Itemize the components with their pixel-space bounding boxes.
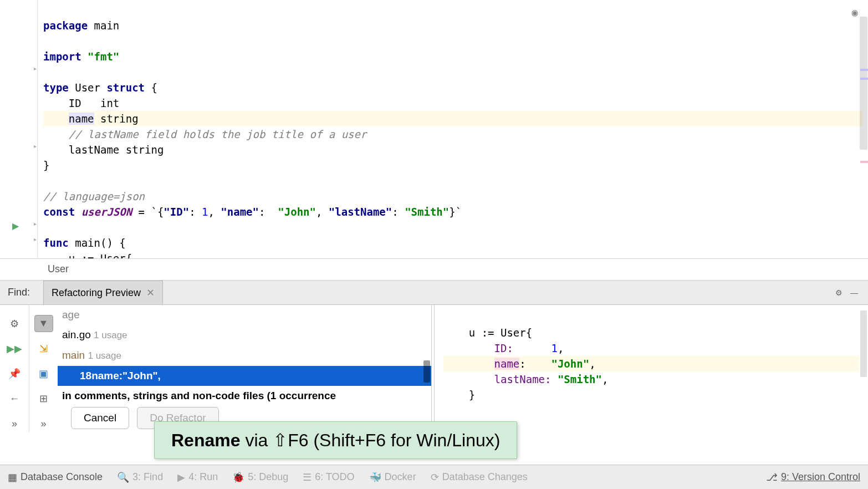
fold-icon[interactable]: ▸	[34, 236, 37, 242]
code-text: ID:	[443, 342, 551, 354]
keyword: package	[43, 19, 88, 32]
settings-icon[interactable]: ⚙	[5, 315, 24, 332]
todo-tab[interactable]: ☰ 6: TODO	[303, 471, 354, 483]
code-text: :	[259, 206, 278, 218]
field-highlight: name	[494, 358, 520, 370]
cancel-button[interactable]: Cancel	[71, 407, 129, 429]
tree-node-file[interactable]: ain.go	[62, 329, 94, 340]
fold-icon[interactable]: ▸	[34, 65, 37, 72]
marker[interactable]	[860, 161, 868, 163]
code-text: }	[43, 159, 49, 171]
code-text: }	[443, 389, 475, 401]
code-text	[43, 113, 69, 125]
marker[interactable]	[860, 78, 868, 80]
close-icon[interactable]: ✕	[146, 287, 155, 299]
version-control-tab[interactable]: ⎇ 9: Version Control	[766, 471, 860, 483]
refactoring-preview-tab[interactable]: Refactoring Preview ✕	[43, 281, 163, 304]
inspections-icon[interactable]: ◉	[852, 4, 858, 20]
run-tab[interactable]: ▶ 4: Run	[177, 471, 218, 483]
code-text: lastName:	[443, 373, 558, 385]
find-label: Find:	[0, 287, 43, 298]
string-literal: "John"	[278, 206, 316, 218]
keyword: func	[43, 237, 69, 249]
code-text: ,	[208, 206, 221, 218]
tree-node-category[interactable]: in comments, strings and non-code files …	[62, 390, 336, 401]
usage-count: 1 usage	[94, 330, 127, 340]
editor-area: ▸ ▸ ▶ ▸ ▸ package main import "fmt" type…	[0, 0, 868, 258]
docker-tab[interactable]: 🐳 Docker	[369, 471, 416, 483]
code-text: string	[94, 113, 139, 125]
shortcut-hint-overlay: Rename via ⇧F6 (Shift+F6 for Win/Linux)	[154, 421, 517, 459]
tool-column-left: ⚙ ▶▶ 📌 ← »	[0, 305, 29, 432]
comment: // language=json	[43, 190, 145, 202]
field-ref: name	[91, 366, 119, 386]
json-key: "lastName"	[329, 206, 392, 218]
number: 1	[202, 206, 208, 218]
code-text: :	[392, 206, 405, 218]
code-text: }`	[449, 206, 462, 218]
more-icon[interactable]: »	[5, 415, 24, 432]
json-key: "ID"	[164, 206, 189, 218]
expand-icon[interactable]: ⇲	[34, 340, 53, 357]
editor-scrollbar[interactable]	[860, 17, 867, 150]
marker[interactable]	[860, 69, 868, 71]
preview-scrollbar[interactable]	[860, 310, 867, 377]
fold-icon[interactable]: ▸	[34, 143, 37, 149]
tree-node-selected[interactable]: 18 name: "John",	[58, 366, 431, 386]
code-text: u := User{	[443, 327, 532, 339]
string-literal: "fmt"	[81, 50, 120, 63]
hint-shortcut: via ⇧F6 (Shift+F6 for Win/Linux)	[241, 430, 501, 450]
string-literal: "John"	[551, 358, 589, 370]
run-gutter-icon[interactable]: ▶	[12, 221, 19, 231]
group-icon[interactable]: ⊞	[34, 390, 53, 407]
string-literal: "John"	[122, 366, 157, 386]
minimize-icon[interactable]: —	[850, 288, 858, 297]
tree-node[interactable]: age	[62, 309, 80, 320]
code-editor[interactable]: package main import "fmt" type User stru…	[38, 0, 868, 258]
usage-count: 1 usage	[88, 350, 121, 361]
debug-tab[interactable]: 🐞 5: Debug	[232, 471, 288, 483]
usage-preview-editor[interactable]: u := User{ ID: 1, name: "John", lastName…	[435, 305, 868, 432]
hint-action: Rename	[171, 430, 241, 450]
code-text: = `{	[132, 206, 164, 218]
filter-icon[interactable]: ▼	[34, 315, 53, 332]
code-text: ID int	[43, 97, 119, 109]
tree-node-func[interactable]: main	[62, 349, 88, 361]
field-name-selected: name	[69, 113, 94, 125]
code-text: main() {	[69, 237, 126, 249]
find-tab[interactable]: 🔍 3: Find	[117, 471, 163, 483]
code-text	[443, 358, 494, 370]
code-text: ,	[589, 358, 595, 370]
keyword: import	[43, 50, 81, 63]
usages-tree[interactable]: age ain.go 1 usage main 1 usage 18 name:…	[58, 305, 431, 432]
database-console-tab[interactable]: ▦ Database Console	[8, 471, 103, 483]
type-name: User	[69, 81, 107, 94]
code-text: ,	[158, 366, 161, 386]
fold-icon[interactable]: ▸	[34, 221, 37, 227]
run-all-icon[interactable]: ▶▶	[5, 340, 24, 357]
keyword: struct	[106, 81, 145, 94]
tree-scrollbar[interactable]	[423, 360, 430, 383]
comment: // lastName field holds the job title of…	[43, 128, 366, 140]
code-text: ,	[316, 206, 329, 218]
editor-gutter: ▸ ▸ ▶ ▸ ▸	[0, 0, 38, 258]
collapse-icon[interactable]: ▣	[34, 365, 53, 383]
code-text: ,	[558, 342, 564, 354]
const-name: userJSON	[81, 206, 132, 218]
code-text: ,	[602, 373, 608, 385]
string-literal: "Smith"	[405, 206, 449, 218]
breadcrumb-item[interactable]: User	[48, 263, 69, 274]
db-changes-tab[interactable]: ⟳ Database Changes	[431, 471, 528, 483]
back-icon[interactable]: ←	[5, 390, 24, 407]
keyword: const	[43, 206, 81, 218]
number: 1	[551, 342, 557, 354]
string-literal: "Smith"	[558, 373, 602, 385]
status-bar: ▦ Database Console 🔍 3: Find ▶ 4: Run 🐞 …	[0, 465, 868, 489]
tab-label: Refactoring Preview	[52, 287, 141, 299]
gear-icon[interactable]: ⚙	[835, 288, 843, 297]
more-icon[interactable]: »	[34, 415, 53, 432]
breadcrumb-bar: User	[0, 258, 868, 281]
find-toolbar: Find: Refactoring Preview ✕ ⚙ —	[0, 281, 868, 305]
code-text: :	[189, 206, 202, 218]
pin-icon[interactable]: 📌	[5, 365, 24, 382]
